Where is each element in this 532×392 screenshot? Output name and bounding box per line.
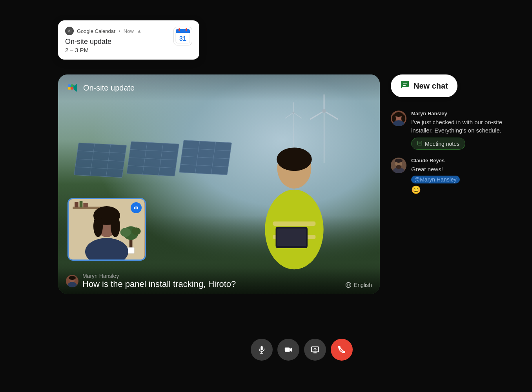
svg-rect-45 xyxy=(68,87,71,89)
notification-header: Google Calendar • Now ▲ xyxy=(65,27,142,35)
svg-point-39 xyxy=(277,147,312,171)
chat-messages: Maryn Hansley I've just checked in with … xyxy=(391,107,508,198)
svg-point-61 xyxy=(93,215,103,237)
svg-rect-43 xyxy=(68,84,71,87)
svg-text:31: 31 xyxy=(179,35,186,42)
caption-bar: Maryn Hansley How is the panel install t… xyxy=(58,268,380,294)
new-chat-icon xyxy=(400,80,410,92)
chat-message-maryn: Maryn Hansley I've just checked in with … xyxy=(391,107,508,154)
notification-content: Google Calendar • Now ▲ On-site update 2… xyxy=(65,27,142,53)
notification-subtitle: 2 – 3 PM xyxy=(65,47,142,53)
svg-rect-5 xyxy=(179,28,180,31)
controls-bar xyxy=(251,339,353,361)
chat-sender-maryn: Maryn Hansley xyxy=(411,111,508,116)
svg-point-34 xyxy=(292,112,294,114)
caption-text: How is the panel install tracking, Hirot… xyxy=(82,279,236,289)
svg-point-62 xyxy=(111,215,120,237)
notification-title: On-site update xyxy=(65,38,142,46)
svg-point-29 xyxy=(322,109,326,113)
chat-text-claude: Great news! xyxy=(411,165,508,173)
svg-rect-64 xyxy=(136,206,137,209)
svg-line-32 xyxy=(285,113,293,119)
notification-card: Google Calendar • Now ▲ On-site update 2… xyxy=(58,20,199,60)
avatar-claude xyxy=(391,158,406,173)
svg-point-57 xyxy=(85,238,128,260)
svg-point-94 xyxy=(396,165,401,169)
present-button[interactable] xyxy=(304,339,326,361)
video-background xyxy=(58,74,380,294)
svg-rect-41 xyxy=(277,229,306,246)
chat-content-maryn: Maryn Hansley I've just checked in with … xyxy=(411,111,508,150)
svg-rect-3 xyxy=(176,31,190,33)
caption-row: Maryn Hansley How is the panel install t… xyxy=(66,273,372,289)
chat-panel: New chat Maryn Hansley I've just checked… xyxy=(391,74,508,198)
svg-line-28 xyxy=(324,111,338,120)
chat-sender-claude: Claude Reyes xyxy=(411,158,508,163)
main-person-figure xyxy=(247,123,341,272)
notes-icon xyxy=(417,140,423,147)
svg-point-92 xyxy=(395,159,403,163)
mention-maryn: @Maryn Hansley xyxy=(411,176,460,183)
language-indicator: English xyxy=(345,282,372,288)
svg-rect-72 xyxy=(261,346,263,350)
caption-avatar xyxy=(66,275,78,287)
self-video-tile xyxy=(67,198,146,261)
chat-message-claude: Claude Reyes Great news! @Maryn Hansley … xyxy=(391,154,508,198)
meet-call-title: On-site update xyxy=(83,83,135,93)
meeting-notes-label: Meeting notes xyxy=(425,141,459,147)
svg-rect-44 xyxy=(71,84,73,87)
mic-button[interactable] xyxy=(251,339,273,361)
notification-dot: • xyxy=(118,28,120,34)
svg-point-82 xyxy=(394,112,403,117)
chat-content-claude: Claude Reyes Great news! @Maryn Hansley … xyxy=(411,158,508,194)
audio-indicator xyxy=(131,202,142,213)
calendar-badge: 31 xyxy=(173,27,192,45)
reaction-emoji: 😊 xyxy=(411,185,508,194)
end-call-button[interactable] xyxy=(331,339,353,361)
meet-logo-icon xyxy=(67,82,78,93)
camera-button[interactable] xyxy=(277,339,299,361)
video-call-container: On-site update xyxy=(58,74,380,294)
svg-rect-65 xyxy=(137,207,138,209)
svg-rect-46 xyxy=(71,87,73,89)
notification-time: Now xyxy=(124,28,134,34)
svg-point-70 xyxy=(69,276,76,280)
svg-rect-75 xyxy=(285,348,290,352)
language-label: English xyxy=(354,282,372,288)
svg-rect-36 xyxy=(273,221,315,226)
new-chat-button[interactable]: New chat xyxy=(391,74,457,97)
chevron-up-icon: ▲ xyxy=(137,28,142,34)
notification-source: Google Calendar xyxy=(77,28,115,34)
avatar-maryn xyxy=(391,111,406,126)
svg-rect-6 xyxy=(186,28,187,31)
svg-rect-63 xyxy=(134,207,135,209)
self-person-figure xyxy=(75,201,138,260)
svg-line-27 xyxy=(310,111,324,120)
new-chat-label: New chat xyxy=(414,82,448,91)
meet-header: On-site update xyxy=(58,74,380,101)
gcal-icon xyxy=(65,27,74,35)
svg-line-33 xyxy=(293,113,302,119)
chat-text-maryn: I've just checked in with our on-site in… xyxy=(411,118,508,134)
caption-speaker-name: Maryn Hansley xyxy=(82,273,236,279)
meeting-notes-chip[interactable]: Meeting notes xyxy=(411,138,465,150)
